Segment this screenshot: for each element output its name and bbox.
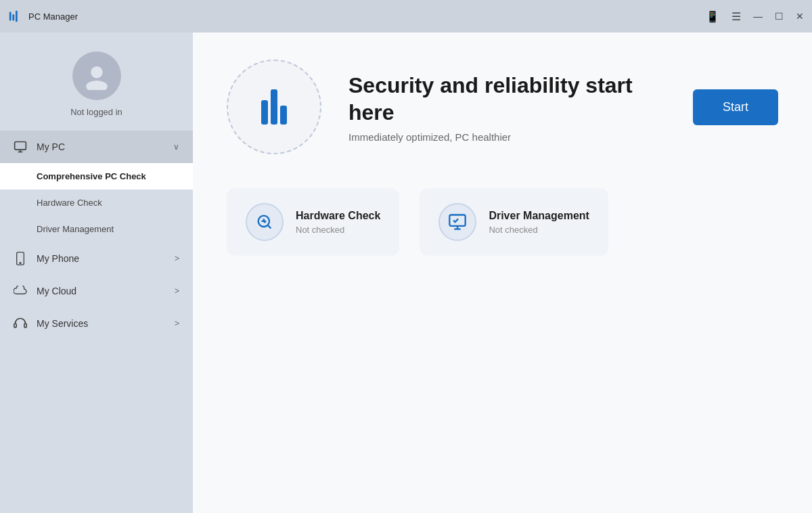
start-button[interactable]: Start	[693, 89, 778, 125]
headset-icon	[14, 317, 27, 330]
hero-logo-circle	[227, 60, 321, 154]
sidebar-item-my-cloud[interactable]: My Cloud >	[0, 275, 193, 307]
driver-management-icon-circle	[438, 203, 476, 241]
hardware-check-icon-circle	[246, 203, 284, 241]
menu-icon[interactable]: ☰	[731, 10, 741, 23]
comprehensive-pc-check-label: Comprehensive PC Check	[37, 171, 146, 181]
hardware-check-label: Hardware Check	[37, 198, 102, 208]
app-icon	[8, 9, 23, 24]
hardware-check-card-status: Not checked	[296, 225, 380, 235]
driver-management-label: Driver Management	[37, 224, 114, 234]
monitor-icon	[14, 140, 27, 154]
cards-section: Hardware Check Not checked Driver Manage…	[227, 188, 778, 256]
driver-management-info: Driver Management Not checked	[489, 210, 589, 235]
chevron-down-icon: ∨	[173, 142, 179, 152]
tablet-icon[interactable]: 📱	[706, 10, 719, 23]
hardware-check-info: Hardware Check Not checked	[296, 210, 380, 235]
svg-rect-5	[15, 142, 26, 150]
svg-rect-10	[14, 324, 16, 328]
my-cloud-label: My Cloud	[37, 286, 165, 296]
main-content: Security and reliability start here Imme…	[193, 32, 812, 513]
user-area: Not logged in	[0, 32, 193, 131]
my-phone-label: My Phone	[37, 253, 165, 264]
app-container: Not logged in My PC ∨ Comprehensive PC C…	[0, 32, 812, 513]
close-button[interactable]: ✕	[796, 12, 804, 21]
phone-icon	[14, 252, 27, 265]
logo-bar-3	[280, 106, 287, 125]
svg-point-9	[20, 263, 21, 264]
avatar	[72, 51, 121, 100]
driver-management-card[interactable]: Driver Management Not checked	[420, 188, 608, 256]
hardware-check-icon	[255, 213, 274, 231]
sidebar-item-hardware-check[interactable]: Hardware Check	[0, 189, 193, 216]
svg-rect-11	[24, 324, 26, 328]
maximize-button[interactable]: ☐	[775, 12, 784, 21]
sidebar: Not logged in My PC ∨ Comprehensive PC C…	[0, 32, 193, 513]
chevron-right-icon-2: >	[175, 286, 179, 296]
sidebar-item-comprehensive-pc-check[interactable]: Comprehensive PC Check	[0, 163, 193, 189]
hero-subtitle: Immediately optimized, PC healthier	[348, 131, 666, 143]
logo-bar-2	[271, 89, 277, 125]
hardware-check-card-title: Hardware Check	[296, 210, 380, 222]
sidebar-item-driver-management[interactable]: Driver Management	[0, 216, 193, 242]
chevron-right-icon-3: >	[175, 319, 179, 328]
my-pc-label: My PC	[37, 141, 164, 152]
title-bar: PC Manager 📱 ☰ — ☐ ✕	[0, 0, 812, 32]
app-logo: PC Manager	[8, 9, 78, 24]
sidebar-item-my-pc[interactable]: My PC ∨	[0, 131, 193, 163]
svg-point-3	[91, 66, 103, 79]
svg-rect-2	[16, 11, 18, 22]
hero-logo	[261, 89, 287, 125]
driver-management-card-title: Driver Management	[489, 210, 589, 222]
chevron-right-icon: >	[175, 254, 179, 263]
user-status: Not logged in	[70, 107, 122, 117]
svg-rect-1	[12, 14, 14, 20]
logo-bar-1	[261, 100, 268, 125]
svg-point-4	[86, 81, 108, 90]
avatar-icon	[83, 62, 111, 90]
minimize-button[interactable]: —	[753, 12, 763, 21]
sidebar-item-my-phone[interactable]: My Phone >	[0, 242, 193, 275]
hero-section: Security and reliability start here Imme…	[227, 60, 778, 154]
hero-text: Security and reliability start here Imme…	[348, 72, 666, 143]
driver-management-icon	[448, 213, 467, 231]
hardware-check-card[interactable]: Hardware Check Not checked	[227, 188, 399, 256]
my-services-label: My Services	[37, 318, 165, 329]
window-controls: 📱 ☰ — ☐ ✕	[706, 10, 804, 23]
cloud-icon	[14, 284, 27, 298]
hero-title: Security and reliability start here	[348, 72, 666, 126]
nav-section: My PC ∨ Comprehensive PC Check Hardware …	[0, 131, 193, 513]
driver-management-card-status: Not checked	[489, 225, 589, 235]
app-title: PC Manager	[28, 12, 78, 22]
sidebar-item-my-services[interactable]: My Services >	[0, 307, 193, 340]
svg-rect-0	[9, 12, 12, 21]
